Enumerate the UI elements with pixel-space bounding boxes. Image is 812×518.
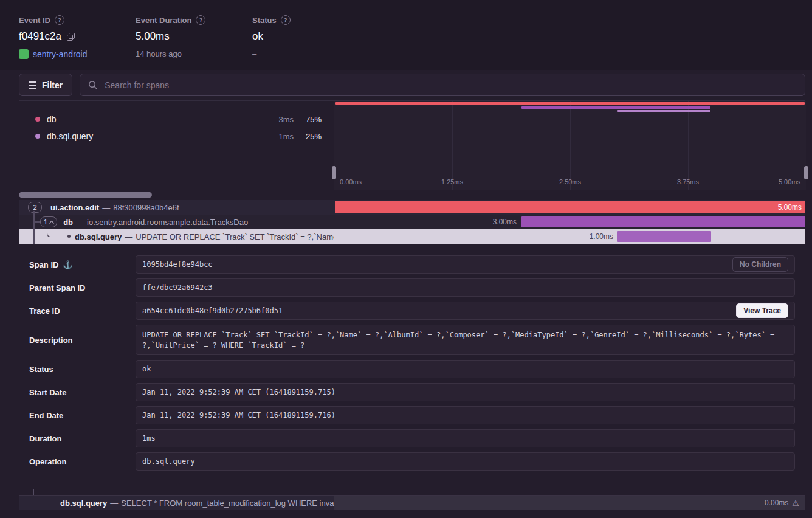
warning-icon[interactable]: ⚠ (792, 499, 799, 507)
span-search-box[interactable] (80, 74, 805, 96)
separator: — (102, 203, 110, 212)
span-op: ui.action.edit (50, 203, 99, 212)
panel-divider (334, 190, 334, 200)
op-name: db (47, 114, 57, 124)
description-value: UPDATE OR REPLACE `Track` SET `TrackId` … (136, 325, 795, 355)
op-percent: 75% (294, 115, 322, 124)
span-description: UPDATE OR REPLACE `Track` SET `TrackId` … (136, 232, 334, 241)
event-time-ago: 14 hours ago (136, 49, 182, 58)
span-row-ui-action-edit[interactable]: 2 ui.action.edit — 88f300998a0b4e6f 5.00… (19, 200, 805, 215)
minimap-bar-db (521, 106, 710, 109)
separator: — (76, 218, 84, 227)
span-row-db[interactable]: 1 db — io.sentry.android.roomsample.data… (19, 215, 805, 229)
minimap-bar-ui-action-edit (335, 102, 805, 105)
detail-row-parent-span-id: Parent Span ID ffe7dbc92a6942c3 (29, 278, 795, 297)
field-label: Status (29, 365, 53, 374)
legend-row-db[interactable]: db 3ms 75% (19, 111, 334, 128)
filter-button[interactable]: Filter (19, 74, 72, 96)
scrollbar-thumb[interactable] (19, 192, 152, 198)
span-op: db.sql.query (75, 232, 122, 241)
span-op: db (63, 218, 73, 227)
op-duration: 3ms (257, 115, 294, 124)
separator: — (110, 499, 118, 508)
filter-button-label: Filter (42, 80, 63, 90)
gridline (688, 101, 689, 190)
op-breakdown-legend: db 3ms 75% db.sql.query 1ms 25% (19, 111, 334, 145)
time-tick: 3.75ms (677, 178, 699, 185)
time-tick: 0.00ms (340, 178, 362, 185)
children-count-badge[interactable]: 2 (28, 202, 42, 213)
field-label: Trace ID (29, 306, 60, 316)
detail-row-span-id: Span ID ⚓ 1095bd4ef8e94bcc No Children (29, 255, 795, 274)
span-row-db-sql-query-footer[interactable]: db.sql.query — SELECT * FROM room_table_… (19, 495, 805, 510)
span-op: db.sql.query (60, 499, 107, 508)
help-icon[interactable]: ? (55, 15, 64, 25)
event-duration-value: 5.00ms (136, 30, 170, 43)
chevron-up-icon (49, 220, 54, 225)
span-row-db-sql-query-selected[interactable]: db.sql.query — UPDATE OR REPLACE `Track`… (19, 229, 805, 244)
event-duration-column: Event Duration ? 5.00ms 14 hours ago (136, 15, 205, 58)
tree-guide-stub (34, 221, 40, 223)
span-duration-bar (521, 216, 805, 227)
search-icon (88, 80, 97, 89)
span-duration-bar (617, 231, 711, 242)
view-trace-button[interactable]: View Trace (736, 303, 788, 318)
spans-toolbar: Filter (19, 74, 805, 96)
span-duration-label: 1.00ms (590, 229, 613, 244)
detail-row-start-date: Start Date Jan 11, 2022 9:52:39 AM CET (… (29, 383, 795, 401)
op-percent: 25% (294, 132, 322, 141)
end-date-value: Jan 11, 2022 9:52:39 AM CET (1641891159.… (136, 406, 795, 424)
collapse-toggle-badge[interactable]: 1 (40, 216, 57, 227)
span-duration-bar (335, 201, 805, 213)
status-label: Status (252, 16, 277, 25)
field-label: End Date (29, 411, 63, 420)
detail-row-description: Description UPDATE OR REPLACE `Track` SE… (29, 325, 795, 355)
span-duration-label: 3.00ms (493, 215, 517, 229)
op-name: db.sql.query (47, 131, 93, 141)
span-waterfall: 2 ui.action.edit — 88f300998a0b4e6f 5.00… (19, 200, 805, 244)
detail-row-trace-id: Trace ID a654cc61dc0b48ef9d0b27275b6f0d5… (29, 302, 795, 320)
android-platform-icon (19, 49, 29, 59)
detail-row-duration: Duration 1ms (29, 429, 795, 447)
op-color-dot (35, 117, 40, 122)
op-duration: 1ms (257, 132, 294, 141)
anchor-icon[interactable]: ⚓ (63, 260, 72, 269)
filter-icon (29, 81, 36, 89)
status-value: ok (252, 30, 263, 43)
span-duration-label: 0.00ms (765, 499, 788, 507)
legend-row-db-sql-query[interactable]: db.sql.query 1ms 25% (19, 128, 334, 145)
field-label: Operation (29, 457, 66, 466)
span-detail-page: Event ID ? f0491c2a sentry-android Event… (0, 0, 812, 518)
span-id-value: 1095bd4ef8e94bcc No Children (136, 255, 795, 274)
separator: — (125, 232, 132, 241)
detail-row-operation: Operation db.sql.query (29, 452, 795, 471)
duration-value: 1ms (136, 429, 795, 447)
help-icon[interactable]: ? (196, 15, 205, 25)
field-label: Description (29, 336, 73, 345)
gridline (452, 101, 453, 190)
status-field-value: ok (136, 360, 795, 378)
viewport-handle-right[interactable] (804, 166, 808, 179)
start-date-value: Jan 11, 2022 9:52:39 AM CET (1641891159.… (136, 383, 795, 401)
status-column: Status ? ok – (252, 15, 291, 58)
help-icon[interactable]: ? (281, 15, 291, 25)
span-search-input[interactable] (103, 80, 797, 91)
minimap-bar-db-sql-query (617, 110, 710, 112)
detail-row-end-date: End Date Jan 11, 2022 9:52:39 AM CET (16… (29, 406, 795, 424)
span-description: SELECT * FROM room_table_modification_lo… (121, 499, 334, 508)
trace-minimap-section: db 3ms 75% db.sql.query 1ms 25% 0.00ms 1… (19, 100, 805, 190)
horizontal-scrollbar[interactable] (19, 190, 805, 201)
minimap-chart[interactable]: 0.00ms 1.25ms 2.50ms 3.75ms 5.00ms (334, 101, 806, 190)
tree-guide-line (33, 211, 35, 244)
op-color-dot (35, 134, 40, 139)
project-link[interactable]: sentry-android (33, 49, 88, 59)
field-label: Duration (29, 434, 61, 443)
event-id-value: f0491c2a (19, 30, 61, 43)
event-header: Event ID ? f0491c2a sentry-android Event… (0, 0, 812, 70)
copy-icon[interactable] (67, 33, 75, 41)
status-secondary: – (252, 49, 256, 58)
no-children-button: No Children (732, 257, 788, 272)
tree-connector-dot (67, 235, 71, 238)
viewport-handle-left[interactable] (332, 166, 336, 179)
detail-row-status: Status ok (29, 360, 795, 378)
